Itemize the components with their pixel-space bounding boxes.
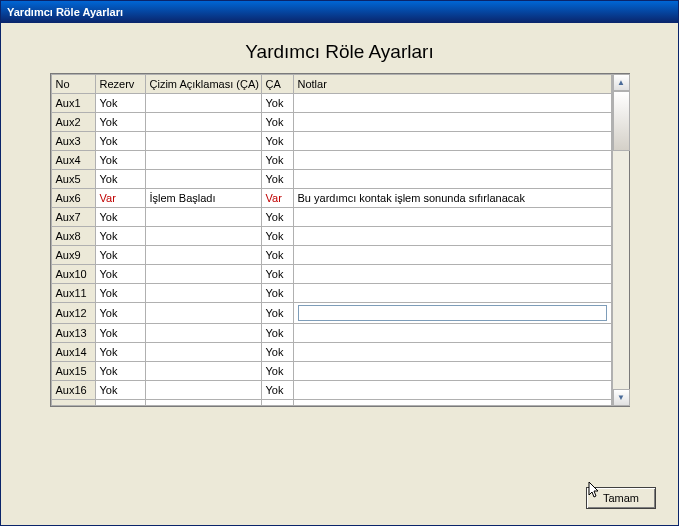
cell-ca[interactable]: Yok [261, 94, 293, 113]
cell-notlar[interactable] [293, 227, 611, 246]
cell-no[interactable] [51, 400, 95, 406]
cell-ca[interactable]: Yok [261, 381, 293, 400]
cell-no[interactable]: Aux10 [51, 265, 95, 284]
cell-ca[interactable]: Yok [261, 343, 293, 362]
scroll-down-button[interactable]: ▼ [613, 389, 630, 406]
table-row[interactable]: Aux8YokYok [51, 227, 611, 246]
cell-notlar[interactable] [293, 170, 611, 189]
col-header-ca[interactable]: ÇA [261, 75, 293, 94]
cell-no[interactable]: Aux15 [51, 362, 95, 381]
table-row[interactable]: Aux15YokYok [51, 362, 611, 381]
cell-no[interactable]: Aux8 [51, 227, 95, 246]
table-row[interactable]: Aux2YokYok [51, 113, 611, 132]
cell-notlar[interactable] [293, 381, 611, 400]
table-row[interactable] [51, 400, 611, 406]
scroll-thumb[interactable] [613, 91, 630, 151]
titlebar[interactable]: Yardımcı Röle Ayarları [1, 1, 678, 23]
cell-ca[interactable]: Yok [261, 113, 293, 132]
cell-no[interactable]: Aux12 [51, 303, 95, 324]
cell-ca[interactable]: Yok [261, 362, 293, 381]
cell-ca-desc[interactable]: İşlem Başladı [145, 189, 261, 208]
vertical-scrollbar[interactable]: ▲ ▼ [612, 74, 629, 406]
cell-rezerv[interactable]: Yok [95, 362, 145, 381]
cell-rezerv[interactable] [95, 400, 145, 406]
table-row[interactable]: Aux11YokYok [51, 284, 611, 303]
cell-ca-desc[interactable] [145, 113, 261, 132]
cell-notlar[interactable] [293, 94, 611, 113]
cell-notlar[interactable] [293, 362, 611, 381]
cell-no[interactable]: Aux13 [51, 324, 95, 343]
cell-rezerv[interactable]: Yok [95, 170, 145, 189]
cell-ca[interactable]: Yok [261, 303, 293, 324]
cell-ca-desc[interactable] [145, 170, 261, 189]
cell-notlar[interactable] [293, 208, 611, 227]
cell-rezerv[interactable]: Yok [95, 246, 145, 265]
cell-rezerv[interactable]: Yok [95, 94, 145, 113]
cell-notlar[interactable] [293, 303, 611, 324]
cell-ca[interactable] [261, 400, 293, 406]
cell-notlar[interactable] [293, 343, 611, 362]
cell-ca[interactable]: Yok [261, 132, 293, 151]
cell-notlar[interactable] [293, 113, 611, 132]
table-row[interactable]: Aux10YokYok [51, 265, 611, 284]
table-row[interactable]: Aux6Varİşlem BaşladıVarBu yardımcı konta… [51, 189, 611, 208]
cell-rezerv[interactable]: Yok [95, 381, 145, 400]
cell-notlar[interactable]: Bu yardımcı kontak işlem sonunda sıfırla… [293, 189, 611, 208]
cell-notlar[interactable] [293, 151, 611, 170]
scroll-up-button[interactable]: ▲ [613, 74, 630, 91]
cell-rezerv[interactable]: Yok [95, 151, 145, 170]
cell-no[interactable]: Aux3 [51, 132, 95, 151]
table-row[interactable]: Aux3YokYok [51, 132, 611, 151]
cell-notlar[interactable] [293, 132, 611, 151]
cell-ca[interactable]: Yok [261, 265, 293, 284]
cell-no[interactable]: Aux4 [51, 151, 95, 170]
cell-rezerv[interactable]: Yok [95, 265, 145, 284]
cell-notlar[interactable] [293, 265, 611, 284]
cell-ca-desc[interactable] [145, 343, 261, 362]
cell-no[interactable]: Aux5 [51, 170, 95, 189]
cell-ca-desc[interactable] [145, 303, 261, 324]
cell-no[interactable]: Aux16 [51, 381, 95, 400]
cell-rezerv[interactable]: Yok [95, 227, 145, 246]
notlar-input[interactable] [298, 305, 607, 321]
cell-notlar[interactable] [293, 324, 611, 343]
cell-ca-desc[interactable] [145, 227, 261, 246]
cell-ca[interactable]: Var [261, 189, 293, 208]
table-row[interactable]: Aux13YokYok [51, 324, 611, 343]
cell-notlar[interactable] [293, 284, 611, 303]
cell-rezerv[interactable]: Yok [95, 132, 145, 151]
table-row[interactable]: Aux9YokYok [51, 246, 611, 265]
cell-ca[interactable]: Yok [261, 246, 293, 265]
cell-no[interactable]: Aux14 [51, 343, 95, 362]
cell-no[interactable]: Aux9 [51, 246, 95, 265]
scroll-track[interactable] [613, 91, 629, 389]
table-row[interactable]: Aux1YokYok [51, 94, 611, 113]
table-row[interactable]: Aux14YokYok [51, 343, 611, 362]
table-row[interactable]: Aux5YokYok [51, 170, 611, 189]
col-header-rezerv[interactable]: Rezerv [95, 75, 145, 94]
cell-ca-desc[interactable] [145, 151, 261, 170]
table-row[interactable]: Aux4YokYok [51, 151, 611, 170]
cell-ca[interactable]: Yok [261, 284, 293, 303]
cell-ca-desc[interactable] [145, 284, 261, 303]
cell-ca[interactable]: Yok [261, 151, 293, 170]
table-row[interactable]: Aux12YokYok [51, 303, 611, 324]
cell-ca[interactable]: Yok [261, 324, 293, 343]
cell-rezerv[interactable]: Yok [95, 303, 145, 324]
col-header-ca-desc[interactable]: Çizim Açıklaması (ÇA) [145, 75, 261, 94]
col-header-no[interactable]: No [51, 75, 95, 94]
cell-rezerv[interactable]: Yok [95, 113, 145, 132]
cell-ca[interactable]: Yok [261, 208, 293, 227]
col-header-notlar[interactable]: Notlar [293, 75, 611, 94]
cell-rezerv[interactable]: Yok [95, 284, 145, 303]
relay-grid[interactable]: No Rezerv Çizim Açıklaması (ÇA) ÇA Notla… [51, 74, 612, 406]
cell-ca-desc[interactable] [145, 400, 261, 406]
cell-ca-desc[interactable] [145, 362, 261, 381]
cell-ca-desc[interactable] [145, 94, 261, 113]
cell-ca-desc[interactable] [145, 324, 261, 343]
cell-rezerv[interactable]: Yok [95, 324, 145, 343]
cell-no[interactable]: Aux11 [51, 284, 95, 303]
cell-no[interactable]: Aux1 [51, 94, 95, 113]
cell-rezerv[interactable]: Yok [95, 208, 145, 227]
cell-notlar[interactable] [293, 400, 611, 406]
